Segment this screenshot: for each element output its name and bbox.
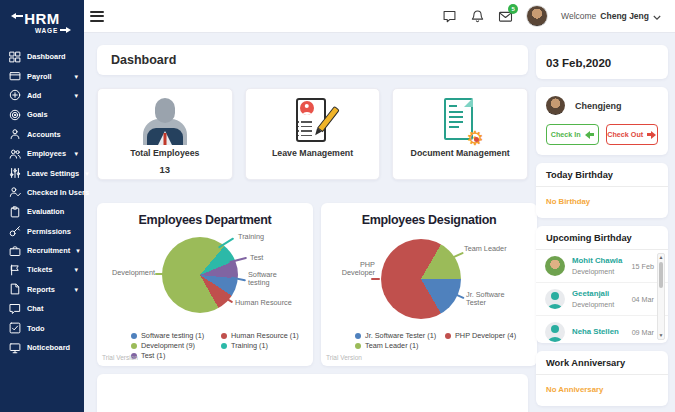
- pie-label-connector: [155, 273, 164, 275]
- chevron-down-icon: ▾: [74, 266, 78, 273]
- scroll-down-icon[interactable]: ▼: [659, 332, 664, 339]
- hamburger-menu-icon[interactable]: [90, 11, 104, 22]
- username: Cheng Jeng: [600, 11, 649, 21]
- profile-avatar[interactable]: [546, 96, 565, 115]
- chat-icon[interactable]: [442, 9, 457, 24]
- sidebar-item-evaluation[interactable]: Evaluation: [0, 202, 84, 221]
- birthday-date: 15 Feb: [632, 262, 654, 271]
- user-menu[interactable]: Welcome Cheng Jeng: [561, 9, 661, 24]
- scroll-up-icon[interactable]: ▲: [659, 254, 664, 261]
- pie-label: Human Resource: [235, 299, 299, 307]
- leave-document-icon: [290, 97, 336, 145]
- chevron-down-icon: ▾: [85, 170, 89, 177]
- birthday-department: Development: [572, 267, 622, 276]
- scroll-thumb[interactable]: [659, 262, 663, 288]
- work-anniversary-card: Work Anniversary No Anniversary: [536, 351, 668, 406]
- sidebar-item-label: Noticeboard: [27, 343, 70, 352]
- sidebar-item-label: Evaluation: [27, 207, 64, 216]
- sidebar-item-permissions[interactable]: Permissions: [0, 222, 84, 241]
- stat-cards-row: Total Employees 13 Leave Management ⚙ Do…: [97, 88, 528, 180]
- pie-label: Training: [238, 233, 264, 241]
- no-birthday-message: No Birthday: [536, 187, 668, 218]
- sidebar: HRM WAGE DashboardPayroll▾Add▾GoalsAccou…: [0, 0, 84, 412]
- user-avatar[interactable]: [526, 5, 548, 27]
- avatar: [545, 322, 565, 342]
- stat-value: 13: [98, 164, 232, 175]
- legend-item: Software testing (1): [131, 331, 215, 340]
- section-title: Today Birthday: [536, 163, 668, 187]
- sidebar-item-payroll[interactable]: Payroll▾: [0, 66, 84, 85]
- legend-label: Development (9): [141, 341, 195, 350]
- avatar: [545, 256, 565, 276]
- sidebar-item-noticeboard[interactable]: Noticeboard: [0, 338, 84, 357]
- chevron-down-icon: ▾: [74, 286, 78, 293]
- check-out-button[interactable]: Check Out: [606, 124, 659, 145]
- pie-graphic[interactable]: [162, 237, 238, 313]
- check-in-button[interactable]: Check In: [546, 124, 599, 145]
- file-icon: [9, 283, 21, 295]
- pie-label: Development: [105, 269, 155, 277]
- arrow-right-icon: [60, 27, 71, 33]
- target-icon: [9, 109, 21, 121]
- birthday-name: Neha Stellen: [572, 327, 619, 336]
- pie-graphic[interactable]: [381, 239, 461, 319]
- leave-management-card[interactable]: Leave Management: [245, 88, 381, 180]
- sidebar-item-label: Add: [27, 91, 41, 100]
- sidebar-item-add[interactable]: Add▾: [0, 86, 84, 105]
- key-icon: [9, 225, 21, 237]
- sidebar-item-employees[interactable]: Employees▾: [0, 144, 84, 163]
- sidebar-item-reports[interactable]: Reports▾: [0, 280, 84, 299]
- sidebar-item-todo[interactable]: Todo: [0, 318, 84, 337]
- clipboard-icon: [9, 206, 21, 218]
- sidebar-item-checked-in-users[interactable]: Checked In Users: [0, 183, 84, 202]
- sidebar-item-goals[interactable]: Goals: [0, 105, 84, 124]
- sidebar-item-label: Chat: [27, 304, 43, 313]
- app-logo[interactable]: HRM WAGE: [0, 0, 84, 44]
- mail-badge: 5: [508, 4, 518, 14]
- topbar: 5 Welcome Cheng Jeng: [84, 0, 675, 33]
- chart-legend: Software testing (1)Human Resource (1)De…: [131, 331, 305, 360]
- sidebar-item-label: Recruitment: [27, 246, 70, 255]
- employees-designation-chart: Employees Designation Team Leader Jr. So…: [321, 203, 537, 366]
- sidebar-item-chat[interactable]: Chat: [0, 299, 84, 318]
- sidebar-item-recruitment[interactable]: Recruitment▾: [0, 241, 84, 260]
- sidebar-item-dashboard[interactable]: Dashboard: [0, 47, 84, 66]
- logo-subtitle: WAGE: [35, 27, 58, 34]
- legend-item: PHP Developer (4): [445, 331, 529, 340]
- legend-label: Test (1): [141, 351, 165, 360]
- sidebar-item-leave-settings[interactable]: Leave Settings▾: [0, 163, 84, 182]
- legend-dot: [131, 333, 137, 339]
- people-icon: [9, 148, 21, 160]
- stat-label: Leave Management: [246, 148, 380, 158]
- sidebar-item-label: Accounts: [27, 130, 61, 139]
- stat-label: Total Employees: [98, 148, 232, 158]
- birthday-list-item[interactable]: Neha Stellen09 Mar: [536, 316, 668, 343]
- list-scrollbar[interactable]: ▲ ▼: [657, 253, 665, 340]
- chart-title: Employees Designation: [329, 213, 529, 227]
- plus-circle-icon: [9, 89, 21, 101]
- pie-label: Jr. Software Tester: [466, 291, 518, 308]
- legend-item: Test (1): [131, 351, 215, 360]
- sidebar-item-tickets[interactable]: Tickets▾: [0, 260, 84, 279]
- mail-icon[interactable]: 5: [498, 9, 513, 24]
- card-icon: [9, 70, 21, 82]
- chevron-down-icon: ▾: [76, 247, 80, 254]
- legend-dot: [445, 333, 451, 339]
- total-employees-card[interactable]: Total Employees 13: [97, 88, 233, 180]
- no-anniversary-message: No Anniversary: [536, 375, 668, 406]
- person-icon: [9, 128, 21, 140]
- legend-dot: [221, 343, 227, 349]
- charts-row: Employees Department Training Test Softw…: [97, 203, 528, 366]
- trial-watermark: Trial Version: [326, 354, 362, 361]
- legend-label: Jr. Software Tester (1): [365, 331, 436, 340]
- birthday-list-item[interactable]: Mohit ChawlaDevelopment15 Feb: [536, 250, 668, 283]
- document-management-card[interactable]: ⚙ Document Management: [392, 88, 528, 180]
- gear-icon: ⚙: [466, 128, 484, 148]
- section-title: Upcoming Birthday: [536, 226, 668, 250]
- right-panel: 03 Feb,2020 Chengjeng Check In Check Out…: [536, 33, 675, 412]
- sidebar-item-accounts[interactable]: Accounts: [0, 125, 84, 144]
- stat-label: Document Management: [393, 148, 527, 158]
- birthday-list-item[interactable]: GeetanjaliDevelopment04 Mar: [536, 283, 668, 316]
- birthday-date: 09 Mar: [632, 328, 654, 337]
- bell-icon[interactable]: [470, 9, 485, 24]
